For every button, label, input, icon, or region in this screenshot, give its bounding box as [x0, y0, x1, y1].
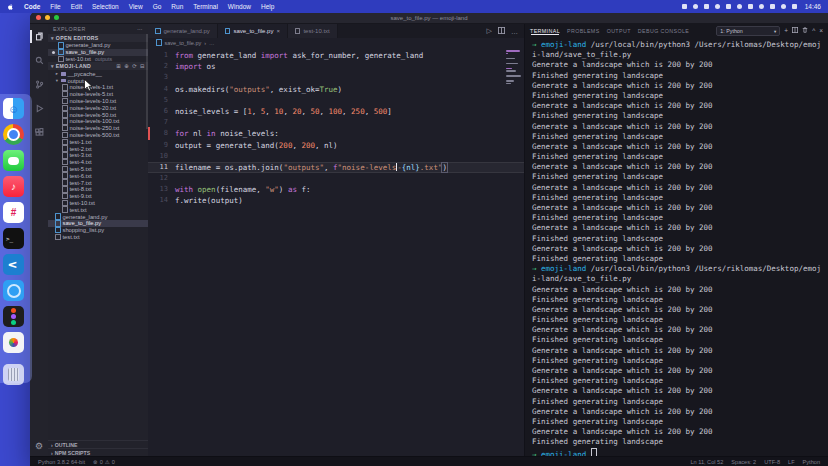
tree-item[interactable]: noise-levels-5.txt	[48, 91, 148, 98]
new-folder-icon[interactable]: ⊕	[124, 63, 129, 69]
tree-item[interactable]: noise-levels-50.txt	[48, 111, 148, 118]
tree-item[interactable]: test.txt	[48, 206, 148, 213]
code-line[interactable]: 2import os	[148, 61, 524, 72]
code-line[interactable]: 12	[148, 173, 524, 184]
close-tab-icon[interactable]: ×	[276, 28, 280, 34]
close-panel-icon[interactable]: ×	[819, 28, 823, 35]
tree-item[interactable]: ▸__pycache__	[48, 70, 148, 77]
sidebar-section-outline[interactable]: ›OUTLINE	[48, 440, 148, 448]
refresh-icon[interactable]: ⟳	[132, 63, 137, 69]
panel-tab-output[interactable]: OUTPUT	[607, 28, 631, 34]
dock-item-photos[interactable]	[3, 280, 24, 301]
sidebar-more-actions-icon[interactable]: ⋯	[137, 26, 143, 32]
menu-view[interactable]: View	[124, 3, 148, 10]
python-interpreter-status[interactable]: Python 3.8.2 64-bit	[38, 459, 85, 465]
code-line[interactable]: 8for nl in noise_levels:	[148, 128, 524, 139]
open-editor-item[interactable]: test-10.txtoutputs	[48, 56, 148, 63]
sidebar-section-npm-scripts[interactable]: ›NPM SCRIPTS	[48, 448, 148, 456]
tree-item[interactable]: test-2.txt	[48, 145, 148, 152]
menu-edit[interactable]: Edit	[66, 3, 87, 10]
breadcrumb-more[interactable]: …	[209, 40, 215, 46]
tree-item[interactable]: test-9.txt	[48, 193, 148, 200]
tree-item[interactable]: noise-levels-1.txt	[48, 84, 148, 91]
problems-status[interactable]: ⊗0 ⚠0	[93, 459, 115, 465]
dock-item-music[interactable]: ♪	[3, 176, 24, 197]
dock-item-vscode[interactable]	[3, 254, 24, 275]
open-editor-item[interactable]: generate_land.py	[48, 42, 148, 49]
tree-item[interactable]: test-3.txt	[48, 152, 148, 159]
tree-item[interactable]: noise-levels-10.txt	[48, 98, 148, 105]
kill-terminal-icon[interactable]	[802, 27, 808, 35]
collapse-all-icon[interactable]: ⊟	[140, 63, 145, 69]
notification-icon[interactable]	[792, 4, 797, 9]
code-line[interactable]: 11 filename = os.path.join("outputs", f"…	[148, 162, 524, 173]
menu-window[interactable]: Window	[223, 3, 256, 10]
code-line[interactable]: 5	[148, 95, 524, 106]
code-line[interactable]: 14 f.write(output)	[148, 195, 524, 206]
code-editor[interactable]: 1from generate_land import ask_for_numbe…	[148, 47, 524, 456]
new-file-icon[interactable]: ⊞	[116, 63, 121, 69]
tree-item[interactable]: test-6.txt	[48, 172, 148, 179]
dock-item-paint[interactable]	[3, 332, 24, 353]
record-icon[interactable]	[704, 4, 709, 9]
dock-item-figma[interactable]	[3, 306, 24, 327]
run-python-file-icon[interactable]: ▷	[487, 27, 492, 35]
code-line[interactable]: 1from generate_land import ask_for_numbe…	[148, 50, 524, 61]
keyboard-icon[interactable]	[726, 4, 731, 9]
tree-item[interactable]: shopping_list.py	[48, 227, 148, 234]
tab-generate-land-py[interactable]: generate_land.py	[148, 24, 218, 38]
tab-test-10-txt[interactable]: test-10.txt	[288, 24, 338, 38]
status-cursor-position[interactable]: Ln 11, Col 52	[690, 459, 723, 465]
code-line[interactable]: 13 with open(filename, "w") as f:	[148, 184, 524, 195]
dock-item-trash[interactable]	[3, 358, 24, 379]
wifi-icon[interactable]	[781, 4, 786, 9]
sync-icon[interactable]	[715, 4, 720, 9]
open-editor-item[interactable]: save_to_file.py	[48, 49, 148, 56]
maximize-panel-icon[interactable]: ^	[812, 28, 815, 35]
breadcrumb[interactable]: save_to_file.py › …	[148, 38, 524, 47]
tree-item[interactable]: noise-levels-20.txt	[48, 104, 148, 111]
search-icon[interactable]	[30, 54, 48, 67]
chat-icon[interactable]	[748, 4, 753, 9]
apple-menu-icon[interactable]	[7, 3, 15, 11]
panel-tab-debug-console[interactable]: DEBUG CONSOLE	[638, 28, 689, 34]
dock-item-messages[interactable]	[3, 150, 24, 171]
editor-more-actions-icon[interactable]: …	[511, 28, 518, 35]
code-line[interactable]: 4os.makedirs("outputs", exist_ok=True)	[148, 84, 524, 95]
menu-selection[interactable]: Selection	[87, 3, 124, 10]
menu-terminal[interactable]: Terminal	[188, 3, 223, 10]
window-titlebar[interactable]: save_to_file.py — emoji-land	[30, 12, 828, 24]
tree-item[interactable]: test-7.txt	[48, 179, 148, 186]
clock[interactable]: 14:46	[805, 3, 821, 10]
menu-help[interactable]: Help	[256, 3, 279, 10]
dock-item-terminal[interactable]: >_	[3, 228, 24, 249]
tree-item[interactable]: test-10.txt	[48, 200, 148, 207]
code-line[interactable]: 10	[148, 151, 524, 162]
menu-go[interactable]: Go	[148, 3, 167, 10]
menu-run[interactable]: Run	[166, 3, 188, 10]
battery-icon[interactable]	[693, 4, 698, 9]
tree-item[interactable]: test-1.txt	[48, 138, 148, 145]
source-control-icon[interactable]	[30, 78, 48, 91]
open-editors-header[interactable]: ▾ OPEN EDITORS	[48, 34, 148, 42]
control-center-icon[interactable]	[759, 4, 764, 9]
menu-file[interactable]: File	[45, 3, 65, 10]
display-icon[interactable]	[682, 4, 687, 9]
status-eol[interactable]: LF	[788, 459, 795, 465]
run-debug-icon[interactable]	[30, 102, 48, 115]
new-terminal-icon[interactable]: +	[784, 28, 788, 35]
tree-item[interactable]: test-8.txt	[48, 186, 148, 193]
code-line[interactable]: 9 output = generate_land(200, 200, nl)	[148, 140, 524, 151]
explorer-icon[interactable]	[30, 30, 48, 43]
tree-item[interactable]: test.txt	[48, 234, 148, 241]
status-language[interactable]: Python	[803, 459, 820, 465]
tree-item[interactable]: ▾outputs	[48, 77, 148, 84]
split-editor-icon[interactable]	[498, 27, 505, 35]
tree-item[interactable]: noise-levels-500.txt	[48, 132, 148, 139]
tree-item[interactable]: test-5.txt	[48, 166, 148, 173]
dock-item-slack[interactable]: #	[3, 202, 24, 223]
tree-item[interactable]: test-4.txt	[48, 159, 148, 166]
status-indentation[interactable]: Spaces: 2	[731, 459, 756, 465]
manage-gear-icon[interactable]: ⚙	[35, 441, 43, 451]
search-icon[interactable]	[737, 4, 742, 9]
